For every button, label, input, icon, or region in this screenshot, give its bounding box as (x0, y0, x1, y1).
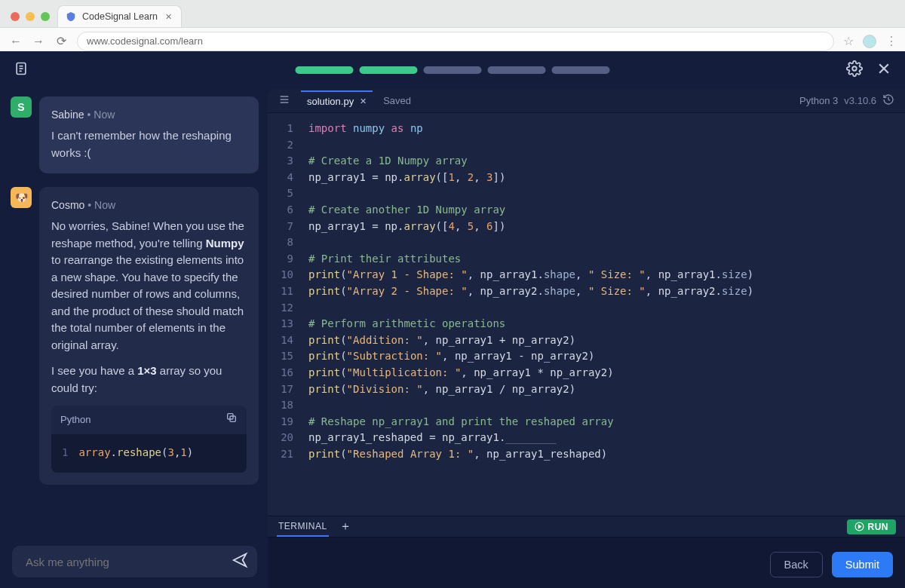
nav-forward-icon[interactable]: → (32, 35, 45, 48)
terminal-tab-bar: TERMINAL ＋ RUN (268, 516, 905, 537)
file-tab[interactable]: solution.py ✕ (301, 90, 373, 111)
code-content[interactable]: import numpy as np# Create a 1D Numpy ar… (302, 113, 753, 516)
bot-avatar-icon: 🐶 (11, 187, 32, 208)
editor-panel: solution.py ✕ Saved Python 3 v3.10.6 123… (268, 89, 905, 588)
user-avatar-icon: S (11, 96, 32, 118)
lesson-doc-icon[interactable] (14, 61, 29, 79)
browser-tab[interactable]: CodeSignal Learn ✕ (57, 5, 182, 27)
progress-pill (360, 66, 418, 74)
svg-marker-13 (858, 525, 861, 528)
chat-sidebar: S Sabine • Now I can't remember how the … (0, 89, 268, 588)
run-button[interactable]: RUN (847, 519, 897, 534)
chat-input-field[interactable] (24, 555, 232, 569)
code-line-number: 1 (62, 445, 68, 461)
copy-code-icon[interactable] (225, 412, 238, 428)
nav-back-icon[interactable]: ← (9, 35, 23, 48)
progress-pill (296, 66, 354, 74)
back-button[interactable]: Back (770, 552, 823, 577)
run-button-label: RUN (868, 522, 889, 532)
nav-reload-icon[interactable]: ⟳ (54, 34, 68, 48)
file-status: Saved (383, 95, 411, 106)
chat-text: I can't remember how the reshaping works… (51, 127, 247, 161)
history-icon[interactable] (882, 93, 894, 108)
browser-tab-title: CodeSignal Learn (82, 11, 158, 22)
chat-text: I see you have a 1×3 array so you could … (51, 363, 247, 397)
code-lang-label: Python (60, 412, 90, 427)
settings-gear-icon[interactable] (846, 60, 863, 80)
window-controls[interactable] (8, 12, 57, 27)
progress-pill (424, 66, 482, 74)
close-icon[interactable] (876, 61, 891, 79)
browser-chrome: CodeSignal Learn ✕ ← → ⟳ www.codesignal.… (0, 0, 905, 51)
svg-point-4 (852, 66, 857, 71)
submit-button[interactable]: Submit (832, 552, 893, 577)
close-window-icon[interactable] (11, 12, 20, 21)
editor-tab-bar: solution.py ✕ Saved Python 3 v3.10.6 (268, 89, 905, 113)
send-icon[interactable] (232, 552, 248, 571)
close-file-icon[interactable]: ✕ (360, 96, 367, 106)
chat-text: No worries, Sabine! When you use the res… (51, 218, 247, 354)
site-favicon-icon (66, 11, 76, 22)
chat-meta: Cosmo • Now (51, 198, 247, 213)
line-gutter: 123456789101112131415161718192021 (268, 113, 302, 516)
chat-bubble: Sabine • Now I can't remember how the re… (39, 96, 259, 173)
chat-meta: Sabine • Now (51, 107, 247, 123)
code-editor[interactable]: 123456789101112131415161718192021 import… (268, 113, 905, 516)
code-snippet: Python 1 array.reshape(3,1) (51, 406, 247, 473)
code-line: array.reshape(3,1) (78, 445, 193, 461)
chat-input[interactable] (12, 546, 257, 577)
chat-message-user: S Sabine • Now I can't remember how the … (11, 96, 259, 173)
terminal-tab[interactable]: TERMINAL (277, 517, 329, 537)
maximize-window-icon[interactable] (41, 12, 50, 21)
app-root: S Sabine • Now I can't remember how the … (0, 51, 905, 588)
language-version: v3.10.6 (844, 95, 876, 106)
chat-bubble: Cosmo • Now No worries, Sabine! When you… (39, 187, 259, 485)
minimize-window-icon[interactable] (26, 12, 35, 21)
terminal-output[interactable]: Back Submit (268, 537, 905, 588)
browser-menu-icon[interactable]: ⋮ (885, 34, 897, 48)
close-tab-icon[interactable]: ✕ (165, 12, 172, 22)
editor-menu-icon[interactable] (278, 93, 290, 108)
address-bar[interactable]: www.codesignal.com/learn (77, 32, 834, 51)
profile-avatar-icon[interactable] (863, 35, 876, 48)
progress-pill (552, 66, 610, 74)
chat-message-bot: 🐶 Cosmo • Now No worries, Sabine! When y… (11, 187, 259, 485)
file-tab-name: solution.py (307, 96, 354, 107)
app-top-bar (0, 51, 905, 89)
language-label: Python 3 (799, 95, 838, 106)
progress-pill (488, 66, 546, 74)
chat-thread: S Sabine • Now I can't remember how the … (11, 96, 259, 534)
add-terminal-icon[interactable]: ＋ (339, 519, 352, 534)
bookmark-star-icon[interactable]: ☆ (843, 34, 854, 48)
address-url: www.codesignal.com/learn (87, 35, 203, 47)
progress-indicator (296, 66, 610, 74)
